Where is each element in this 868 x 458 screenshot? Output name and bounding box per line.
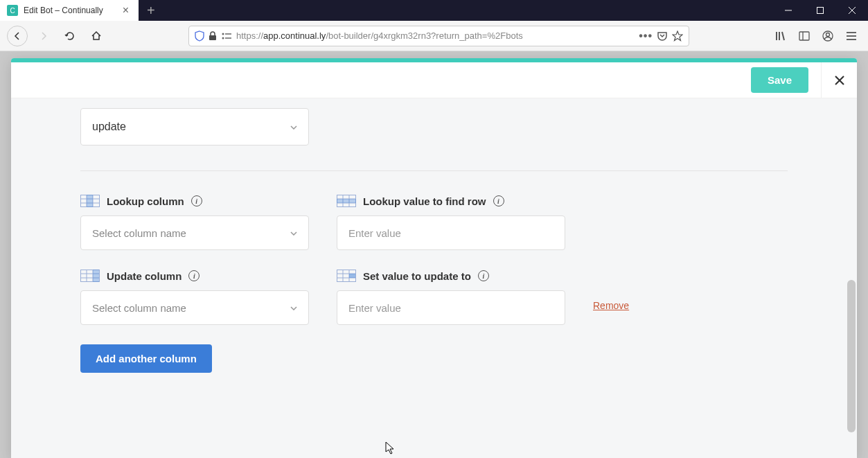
lookup-column-field: Lookup column i Select column name [80,195,309,250]
nav-reload-button[interactable] [60,26,80,46]
lookup-column-label-row: Lookup column i [80,195,309,207]
library-icon[interactable] [771,26,790,46]
toolbar-right [771,26,861,46]
chevron-down-icon [290,228,297,238]
url-text: https://app.continual.ly/bot-builder/g4x… [236,30,635,41]
update-column-label-row: Update column i [80,270,309,282]
bookmark-star-icon[interactable] [672,30,683,42]
svg-rect-38 [93,270,99,282]
action-type-select[interactable]: update [80,108,309,146]
add-column-button[interactable]: Add another column [80,344,212,373]
modal-header: Save [11,62,857,98]
browser-toolbar: https://app.continual.ly/bot-builder/g4x… [0,21,868,51]
lookup-row: Lookup column i Select column name [80,195,788,250]
update-column-field: Update column i Select column name [80,270,309,325]
update-row: Update column i Select column name [80,270,788,325]
permissions-icon[interactable] [221,32,232,40]
edit-modal: Save update Lookup [11,58,857,458]
action-type-value: update [92,121,126,133]
svg-rect-26 [87,195,93,207]
modal-close-button[interactable] [821,62,857,98]
cursor-icon [385,441,396,455]
save-button[interactable]: Save [751,67,808,93]
update-column-select[interactable]: Select column name [80,290,309,325]
tab-close-icon[interactable]: × [120,4,132,17]
lookup-column-label: Lookup column [107,195,184,207]
lookup-value-label-row: Lookup value to find row i [337,195,565,207]
svg-rect-32 [337,199,356,203]
new-tab-button[interactable]: + [139,3,163,19]
column-icon [80,195,100,207]
info-icon[interactable]: i [188,270,200,281]
svg-rect-4 [209,35,216,40]
nav-forward-button[interactable] [33,26,54,46]
set-value-field: Set value to update to i [337,270,565,325]
set-value-label: Set value to update to [363,270,471,282]
tab-favicon-icon: C [7,5,18,16]
page-content: Save update Lookup [0,51,868,458]
scrollbar-vertical[interactable] [846,100,856,458]
sidebar-icon[interactable] [795,26,814,46]
svg-rect-44 [349,274,355,278]
address-bar[interactable]: https://app.continual.ly/bot-builder/g4x… [188,26,689,46]
scroll-thumb[interactable] [847,280,856,432]
set-value-input[interactable] [337,290,565,325]
modal-body: update Lookup column i [11,98,857,458]
window-minimize-button[interactable] [772,0,804,21]
menu-icon[interactable] [842,26,861,46]
lookup-value-label: Lookup value to find row [363,195,486,207]
update-column-placeholder: Select column name [92,302,186,314]
browser-titlebar: C Edit Bot – Continually × + [0,0,868,21]
svg-point-6 [222,37,224,39]
cell-icon [337,270,356,282]
close-icon [833,74,846,87]
info-icon[interactable]: i [493,195,504,206]
window-controls [772,0,868,21]
svg-rect-12 [799,32,809,40]
column-icon [80,270,100,282]
window-close-button[interactable] [836,0,868,21]
svg-rect-1 [817,8,824,14]
account-icon[interactable] [818,26,838,46]
info-icon[interactable]: i [191,195,202,206]
row-icon [337,195,356,207]
svg-point-15 [826,33,830,36]
lookup-value-field: Lookup value to find row i [337,195,565,250]
divider [80,170,788,171]
nav-back-button[interactable] [7,26,28,46]
chevron-down-icon [290,122,297,132]
update-column-label: Update column [107,270,181,282]
lookup-value-input[interactable] [337,215,565,250]
lookup-column-select[interactable]: Select column name [80,215,309,250]
chevron-down-icon [290,303,297,312]
tab-strip: C Edit Bot – Continually × + [0,0,163,21]
lookup-column-placeholder: Select column name [92,227,186,239]
pocket-icon[interactable] [657,31,668,41]
set-value-label-row: Set value to update to i [337,270,565,282]
svg-point-5 [222,33,224,35]
svg-line-11 [782,32,784,40]
info-icon[interactable]: i [478,270,489,281]
tab-title: Edit Bot – Continually [24,6,114,15]
more-actions-icon[interactable]: ••• [639,30,653,42]
remove-link[interactable]: Remove [593,300,629,311]
lock-icon[interactable] [209,31,217,41]
shield-icon[interactable] [195,30,204,42]
window-maximize-button[interactable] [804,0,836,21]
browser-tab[interactable]: C Edit Bot – Continually × [0,0,139,21]
nav-home-button[interactable] [86,26,107,46]
